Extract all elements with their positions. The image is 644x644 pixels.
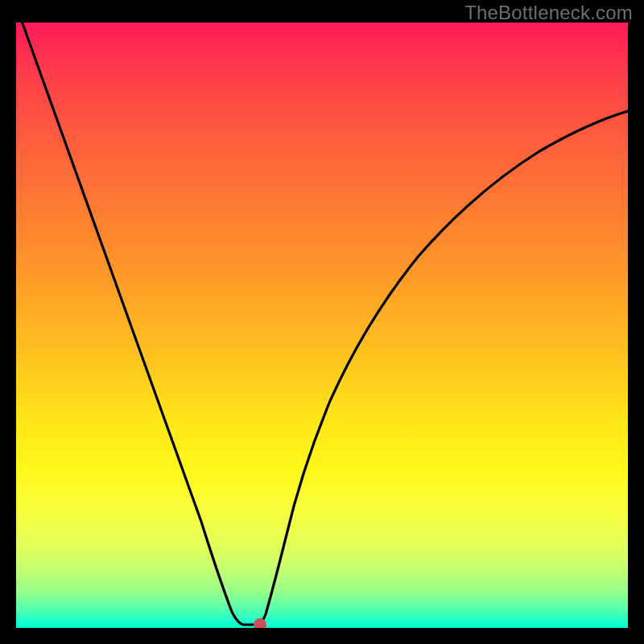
curve-right-branch bbox=[256, 111, 628, 625]
curve-svg bbox=[16, 23, 628, 628]
curve-left-branch bbox=[19, 23, 256, 625]
plot-area bbox=[16, 23, 628, 628]
trough-marker bbox=[254, 618, 266, 628]
chart-frame: TheBottleneck.com bbox=[0, 0, 644, 644]
watermark-text: TheBottleneck.com bbox=[464, 2, 633, 24]
